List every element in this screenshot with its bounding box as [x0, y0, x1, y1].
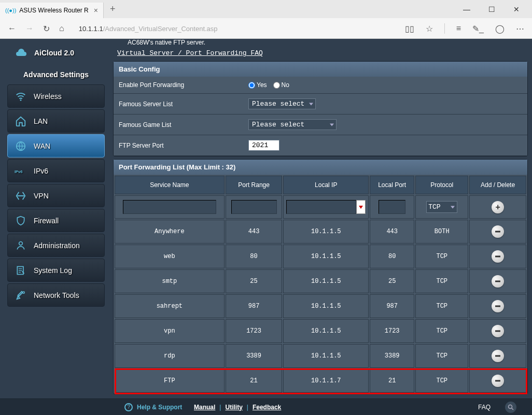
sidebar-item-system-log[interactable]: System Log	[7, 259, 105, 282]
cell-proto: TCP	[415, 369, 468, 393]
share-icon[interactable]: ◯	[495, 24, 505, 34]
cell-service: Anywhere	[115, 220, 225, 244]
ip-dropdown-icon[interactable]	[356, 200, 366, 214]
cell-local: 21	[370, 369, 414, 393]
cell-range: 443	[226, 220, 283, 244]
sidebar-item-network-tools[interactable]: Network Tools	[7, 283, 105, 307]
th-local: Local Port	[370, 176, 414, 194]
sidebar-item-aicloud[interactable]: AiCloud 2.0	[7, 42, 105, 63]
cell-proto: TCP	[415, 245, 468, 268]
cell-local: 443	[370, 220, 414, 244]
basic-config-panel: Basic Config Enable Port Forwarding Yes …	[113, 61, 528, 156]
maximize-icon[interactable]: ☐	[481, 5, 502, 13]
add-button[interactable]: +	[492, 201, 504, 213]
cell-proto: TCP	[415, 319, 468, 343]
table-row: vpn172310.1.1.51723TCP	[115, 319, 526, 343]
th-service: Service Name	[115, 176, 225, 194]
protocol-select[interactable]: TCP	[426, 201, 457, 213]
enable-radio-group: Yes No	[248, 81, 522, 89]
cell-proto: TCP	[415, 269, 468, 293]
svg-rect-6	[495, 231, 500, 233]
radio-no[interactable]: No	[273, 81, 289, 89]
table-row: rdp338910.1.1.53389TCP	[115, 344, 526, 368]
new-rule-row: TCP +	[115, 195, 526, 219]
forward-icon[interactable]: →	[25, 24, 34, 33]
famous-game-select[interactable]: Please select	[248, 119, 337, 130]
svg-rect-11	[495, 355, 500, 357]
cell-range: 21	[226, 369, 283, 393]
reading-icon[interactable]: ▯▯	[405, 24, 414, 34]
sidebar-item-ipv6[interactable]: IPv6IPv6	[7, 159, 105, 182]
sidebar-item-vpn[interactable]: VPN	[7, 184, 105, 207]
delete-button[interactable]	[492, 225, 504, 238]
home-icon[interactable]: ⌂	[59, 24, 64, 33]
sidebar-item-wireless[interactable]: Wireless	[7, 84, 105, 108]
sidebar-item-label: VPN	[34, 192, 49, 200]
config-row-famous-server: Famous Server List Please select	[114, 94, 527, 115]
faq-link[interactable]: Virtual Server / Port Forwarding FAQ	[113, 49, 528, 61]
panel-header: Basic Config	[114, 62, 527, 77]
delete-button[interactable]	[492, 375, 504, 387]
sidebar-item-administration[interactable]: Administration	[7, 234, 105, 257]
sidebar-item-lan[interactable]: LAN	[7, 109, 105, 133]
delete-button[interactable]	[492, 300, 504, 312]
refresh-icon[interactable]: ↻	[43, 24, 50, 34]
minimize-icon[interactable]: —	[456, 5, 477, 13]
cell-service: smtp	[115, 269, 225, 293]
svg-rect-8	[495, 281, 500, 282]
table-row: FTP2110.1.1.721TCP	[115, 369, 526, 393]
sidebar-item-label: Administration	[34, 241, 80, 250]
url-bar[interactable]: 10.1.1.1/Advanced_VirtualServer_Content.…	[74, 25, 396, 33]
new-tab-button[interactable]: +	[104, 4, 122, 15]
cell-proto: TCP	[415, 294, 468, 318]
info-text: AC68W's native FTP server.	[113, 39, 528, 49]
back-icon[interactable]: ←	[8, 24, 16, 33]
sidebar-item-firewall[interactable]: Firewall	[7, 209, 105, 232]
range-input[interactable]	[231, 200, 277, 214]
more-icon[interactable]: ⋯	[516, 24, 524, 34]
browser-tab[interactable]: ((●)) ASUS Wireless Router R ×	[0, 3, 104, 18]
cloud-icon	[15, 46, 28, 60]
famous-server-select[interactable]: Please select	[248, 98, 316, 109]
close-window-icon[interactable]: ✕	[506, 5, 527, 13]
notes-icon[interactable]: ✎_	[472, 24, 484, 34]
ftp-port-input[interactable]	[248, 140, 279, 151]
config-label: Enable Port Forwarding	[119, 81, 248, 89]
cell-service: sahrept	[115, 294, 225, 318]
local-port-input[interactable]	[379, 200, 405, 214]
cell-local: 25	[370, 269, 414, 293]
svg-rect-10	[495, 331, 500, 332]
utility-link[interactable]: Utility	[225, 404, 242, 411]
sidebar-item-label: Firewall	[34, 217, 59, 225]
svg-point-5	[23, 291, 25, 293]
delete-button[interactable]	[492, 275, 504, 288]
cell-ip: 10.1.1.5	[283, 269, 369, 293]
delete-button[interactable]	[492, 350, 504, 362]
manual-link[interactable]: Manual	[194, 404, 215, 411]
sidebar-icon: IPv6	[14, 164, 27, 178]
delete-button[interactable]	[492, 250, 504, 263]
feedback-link[interactable]: Feedback	[253, 404, 281, 411]
cell-range: 3389	[226, 344, 283, 368]
ip-input[interactable]	[286, 200, 356, 214]
sidebar-icon	[14, 289, 27, 302]
help-icon: ?	[124, 403, 133, 411]
delete-button[interactable]	[492, 325, 504, 337]
search-icon[interactable]	[505, 402, 516, 413]
cell-range: 25	[226, 269, 283, 293]
service-input[interactable]	[123, 200, 216, 214]
cell-local: 1723	[370, 319, 414, 343]
svg-line-14	[512, 408, 513, 410]
close-icon[interactable]: ×	[94, 6, 98, 15]
radio-yes[interactable]: Yes	[248, 81, 267, 89]
cell-range: 987	[226, 294, 283, 318]
hub-icon[interactable]: ≡	[456, 24, 461, 33]
svg-rect-9	[495, 306, 500, 307]
favorite-icon[interactable]: ☆	[426, 24, 433, 34]
cell-proto: BOTH	[415, 220, 468, 244]
sidebar-item-wan[interactable]: WAN	[7, 134, 105, 158]
config-row-famous-game: Famous Game List Please select	[114, 115, 527, 135]
sidebar-icon	[14, 264, 27, 277]
window-controls: — ☐ ✕	[451, 5, 532, 13]
forwarding-table: Service Name Port Range Local IP Local P…	[114, 175, 527, 394]
